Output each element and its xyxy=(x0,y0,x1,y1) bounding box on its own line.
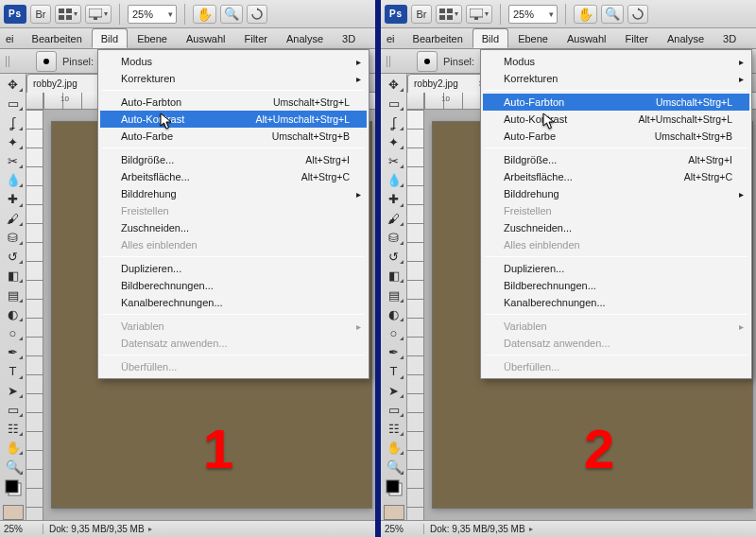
ruler-v[interactable] xyxy=(26,110,43,520)
pen-tool[interactable]: ✒ xyxy=(383,343,405,361)
menuitem-bildgr-e-[interactable]: Bildgröße... Alt+Strg+I xyxy=(483,151,749,168)
status-zoom[interactable]: 25% xyxy=(381,524,424,534)
blur-tool[interactable]: ◐ xyxy=(383,305,405,323)
gradient-tool[interactable]: ▤ xyxy=(2,286,25,303)
menu-datei-partial[interactable]: ei xyxy=(383,28,404,48)
crop-tool[interactable]: ✂ xyxy=(383,152,405,170)
brush-tool[interactable]: 🖌 xyxy=(383,210,405,228)
menuitem-bilddrehung[interactable]: Bilddrehung xyxy=(100,185,367,202)
menuitem-duplizieren-[interactable]: Duplizieren... xyxy=(100,260,367,277)
marquee-tool[interactable]: ▭ xyxy=(2,95,25,113)
menuitem-duplizieren-[interactable]: Duplizieren... xyxy=(483,260,749,277)
history-tool[interactable]: ↺ xyxy=(383,248,405,266)
menuitem-arbeitsfl-che-[interactable]: Arbeitsfläche... Alt+Strg+C xyxy=(100,168,367,185)
hand-button[interactable]: ✋ xyxy=(193,5,216,24)
menuitem-autocontrast[interactable]: Auto-Kontrast Alt+Umschalt+Strg+L xyxy=(100,111,367,128)
status-menu-icon[interactable]: ▸ xyxy=(529,525,533,533)
path-tool[interactable]: ➤ xyxy=(2,382,25,400)
screenmode-button[interactable]: ▾ xyxy=(85,5,112,24)
zoom-field[interactable]: 25% xyxy=(128,5,177,24)
menuitem-kanalberechnungen-[interactable]: Kanalberechnungen... xyxy=(100,294,367,311)
healing-tool[interactable]: ✚ xyxy=(2,190,25,208)
menuitem-autocolor[interactable]: Auto-Farbe Umschalt+Strg+B xyxy=(483,128,749,145)
menu-filter[interactable]: Filter xyxy=(616,28,658,48)
history-tool[interactable]: ↺ xyxy=(2,248,25,266)
menuitem-kanalberechnungen-[interactable]: Kanalberechnungen... xyxy=(483,294,749,311)
notes-tool[interactable]: ☷ xyxy=(383,420,405,438)
eyedropper-tool[interactable]: 💧 xyxy=(2,171,25,189)
menu-auswahl[interactable]: Auswahl xyxy=(177,28,235,48)
zoom-tool[interactable]: 🔍 xyxy=(2,458,25,476)
shape-tool[interactable]: ▭ xyxy=(2,401,25,419)
fg-bg-swatch[interactable] xyxy=(383,477,405,499)
hand-button[interactable]: ✋ xyxy=(574,5,597,24)
tool-preset-icon[interactable] xyxy=(417,51,438,72)
menu-analyse[interactable]: Analyse xyxy=(277,28,333,48)
lasso-tool[interactable]: ʆ xyxy=(383,113,405,131)
notes-tool[interactable]: ☷ xyxy=(2,420,25,438)
fg-bg-swatch[interactable] xyxy=(2,477,25,499)
tool-preset-icon[interactable] xyxy=(36,51,57,72)
menuitem-arbeitsfl-che-[interactable]: Arbeitsfläche... Alt+Strg+C xyxy=(483,168,749,185)
menuitem-autotone[interactable]: Auto-Farbton Umschalt+Strg+L xyxy=(483,94,749,111)
menuitem-modus[interactable]: Modus xyxy=(483,53,749,70)
hand-tool[interactable]: ✋ xyxy=(2,439,25,457)
wand-tool[interactable]: ✦ xyxy=(383,133,405,151)
stamp-tool[interactable]: ⛁ xyxy=(2,229,25,247)
menu-analyse[interactable]: Analyse xyxy=(658,28,713,48)
gradient-tool[interactable]: ▤ xyxy=(383,286,405,303)
status-zoom[interactable]: 25% xyxy=(0,524,43,534)
menuitem-bildberechnungen-[interactable]: Bildberechnungen... xyxy=(483,277,749,294)
dodge-tool[interactable]: ○ xyxy=(2,324,25,342)
dodge-tool[interactable]: ○ xyxy=(383,324,405,342)
type-tool[interactable]: T xyxy=(2,362,25,380)
rotate-button[interactable] xyxy=(247,5,267,24)
color-swatch[interactable] xyxy=(3,505,24,520)
zoom-button[interactable]: 🔍 xyxy=(601,5,624,24)
menuitem-modus[interactable]: Modus xyxy=(100,53,367,70)
color-swatch[interactable] xyxy=(384,505,404,520)
menu-3d[interactable]: 3D xyxy=(713,28,746,48)
wand-tool[interactable]: ✦ xyxy=(2,133,25,151)
lasso-tool[interactable]: ʆ xyxy=(2,113,25,131)
status-menu-icon[interactable]: ▸ xyxy=(148,525,152,533)
doc-tab[interactable]: robby2.jpg × xyxy=(407,74,490,93)
eraser-tool[interactable]: ◧ xyxy=(2,267,25,285)
menu-datei-partial[interactable]: ei xyxy=(2,28,23,48)
zoom-button[interactable]: 🔍 xyxy=(220,5,243,24)
menu-ebene[interactable]: Ebene xyxy=(508,28,558,48)
blur-tool[interactable]: ◐ xyxy=(2,305,25,323)
menuitem-zuschneiden-[interactable]: Zuschneiden... xyxy=(483,219,749,236)
ruler-v[interactable] xyxy=(407,110,424,520)
marquee-tool[interactable]: ▭ xyxy=(383,95,405,113)
arrange-button[interactable]: ▾ xyxy=(436,5,462,24)
menuitem-bilddrehung[interactable]: Bilddrehung xyxy=(483,185,749,202)
pen-tool[interactable]: ✒ xyxy=(2,343,25,361)
zoom-field[interactable]: 25% xyxy=(508,5,558,24)
menu-bild[interactable]: Bild xyxy=(472,28,508,48)
eyedropper-tool[interactable]: 💧 xyxy=(383,171,405,189)
bridge-button[interactable]: Br xyxy=(411,5,432,24)
shape-tool[interactable]: ▭ xyxy=(383,401,405,419)
menuitem-autocolor[interactable]: Auto-Farbe Umschalt+Strg+B xyxy=(100,128,367,145)
menu-filter[interactable]: Filter xyxy=(235,28,277,48)
crop-tool[interactable]: ✂ xyxy=(2,152,25,170)
menu-bearbeiten[interactable]: Bearbeiten xyxy=(404,28,472,48)
menuitem-autotone[interactable]: Auto-Farbton Umschalt+Strg+L xyxy=(100,94,367,111)
stamp-tool[interactable]: ⛁ xyxy=(383,229,405,247)
rotate-button[interactable] xyxy=(627,5,648,24)
eraser-tool[interactable]: ◧ xyxy=(383,267,405,285)
menuitem-autocontrast[interactable]: Auto-Kontrast Alt+Umschalt+Strg+L xyxy=(483,111,749,128)
menu-bild[interactable]: Bild xyxy=(92,28,128,48)
move-tool[interactable]: ✥ xyxy=(383,76,405,94)
menu-bearbeiten[interactable]: Bearbeiten xyxy=(23,28,92,48)
brush-tool[interactable]: 🖌 xyxy=(2,210,25,228)
arrange-button[interactable]: ▾ xyxy=(55,5,81,24)
type-tool[interactable]: T xyxy=(383,362,405,380)
menuitem-zuschneiden-[interactable]: Zuschneiden... xyxy=(100,219,367,236)
screenmode-button[interactable]: ▾ xyxy=(466,5,492,24)
menuitem-bildgr-e-[interactable]: Bildgröße... Alt+Strg+I xyxy=(100,151,367,168)
menuitem-korrekturen[interactable]: Korrekturen xyxy=(483,70,749,87)
zoom-tool[interactable]: 🔍 xyxy=(383,458,405,476)
menu-3d[interactable]: 3D xyxy=(333,28,365,48)
